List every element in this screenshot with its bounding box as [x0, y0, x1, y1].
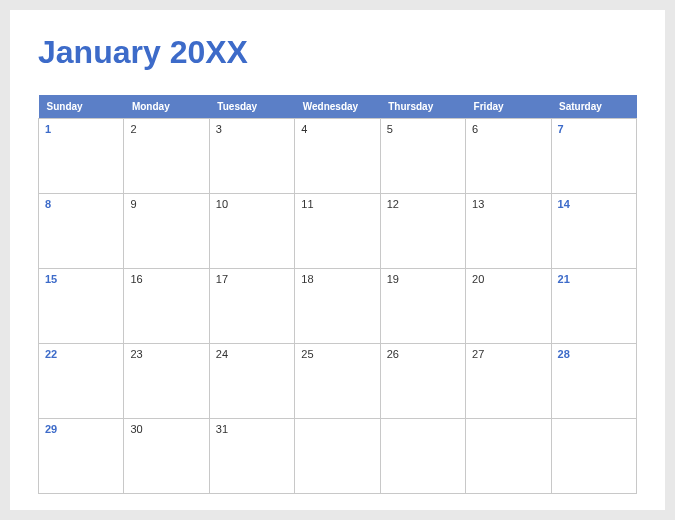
calendar-cell — [466, 419, 551, 494]
calendar-cell: 15 — [39, 269, 124, 344]
calendar-cell: 28 — [551, 344, 636, 419]
day-header-wednesday: Wednesday — [295, 95, 380, 119]
month-title: January 20XX — [38, 34, 637, 71]
calendar-cell — [551, 419, 636, 494]
calendar-cell: 27 — [466, 344, 551, 419]
day-header-monday: Monday — [124, 95, 209, 119]
day-header-tuesday: Tuesday — [209, 95, 294, 119]
calendar-cell: 3 — [209, 119, 294, 194]
calendar-cell: 29 — [39, 419, 124, 494]
calendar-cell: 12 — [380, 194, 465, 269]
calendar-cell: 20 — [466, 269, 551, 344]
calendar-cell: 11 — [295, 194, 380, 269]
calendar-cell: 24 — [209, 344, 294, 419]
calendar-cell: 4 — [295, 119, 380, 194]
calendar-cell: 16 — [124, 269, 209, 344]
calendar-cell: 13 — [466, 194, 551, 269]
calendar-body: 1 2 3 4 5 6 7 8 9 10 11 12 13 14 15 16 1… — [39, 119, 637, 494]
calendar-cell: 25 — [295, 344, 380, 419]
calendar-cell: 1 — [39, 119, 124, 194]
calendar-cell — [295, 419, 380, 494]
calendar-cell: 30 — [124, 419, 209, 494]
calendar-cell — [380, 419, 465, 494]
calendar-cell: 5 — [380, 119, 465, 194]
calendar-cell: 8 — [39, 194, 124, 269]
calendar-cell: 10 — [209, 194, 294, 269]
calendar-cell: 19 — [380, 269, 465, 344]
day-header-saturday: Saturday — [551, 95, 636, 119]
calendar-cell: 22 — [39, 344, 124, 419]
day-header-thursday: Thursday — [380, 95, 465, 119]
calendar-table: Sunday Monday Tuesday Wednesday Thursday… — [38, 95, 637, 494]
calendar-cell: 6 — [466, 119, 551, 194]
calendar-cell: 26 — [380, 344, 465, 419]
calendar-cell: 9 — [124, 194, 209, 269]
calendar-page: January 20XX Sunday Monday Tuesday Wedne… — [10, 10, 665, 510]
calendar-week: 8 9 10 11 12 13 14 — [39, 194, 637, 269]
calendar-cell: 21 — [551, 269, 636, 344]
calendar-week: 29 30 31 — [39, 419, 637, 494]
calendar-cell: 31 — [209, 419, 294, 494]
calendar-week: 22 23 24 25 26 27 28 — [39, 344, 637, 419]
calendar-cell: 17 — [209, 269, 294, 344]
calendar-week: 15 16 17 18 19 20 21 — [39, 269, 637, 344]
calendar-cell: 14 — [551, 194, 636, 269]
day-header-row: Sunday Monday Tuesday Wednesday Thursday… — [39, 95, 637, 119]
calendar-cell: 2 — [124, 119, 209, 194]
day-header-friday: Friday — [466, 95, 551, 119]
calendar-cell: 23 — [124, 344, 209, 419]
day-header-sunday: Sunday — [39, 95, 124, 119]
calendar-cell: 18 — [295, 269, 380, 344]
calendar-week: 1 2 3 4 5 6 7 — [39, 119, 637, 194]
calendar-cell: 7 — [551, 119, 636, 194]
